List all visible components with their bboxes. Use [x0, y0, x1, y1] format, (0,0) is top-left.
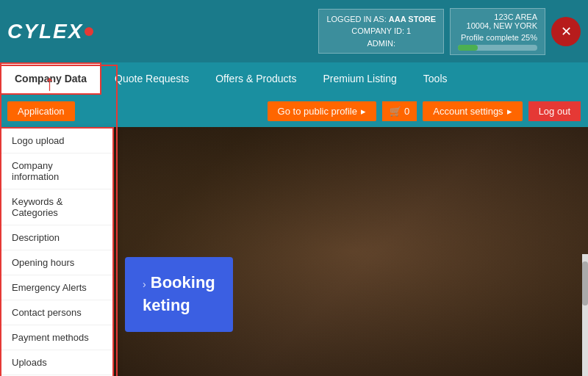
store-name: AAA STORE	[389, 15, 436, 24]
dropdown-menu: Logo uploadCompany informationKeywords &…	[0, 127, 114, 376]
logged-in-label: LOGGED IN AS: AAA STORE	[326, 13, 436, 26]
company-id-row: COMPANY ID: 1	[326, 25, 436, 37]
progress-bar-outer	[458, 45, 537, 51]
hero-line2: keting	[143, 294, 215, 317]
scrollbar[interactable]	[582, 254, 588, 376]
admin-row: ADMIN:	[326, 37, 436, 50]
account-settings-button[interactable]: Account settings ▸	[423, 101, 522, 121]
address-line1: 123C AREA	[458, 12, 537, 21]
profile-progress-box: 123C AREA 10004, NEW YORK Profile comple…	[450, 8, 545, 55]
chevron-right-icon: ▸	[507, 106, 512, 117]
dropdown-item[interactable]: Keywords & Categories	[1, 189, 112, 225]
nav-item-quote-requests[interactable]: Quote Requests	[101, 62, 202, 95]
dropdown-item[interactable]: Opening hours	[1, 250, 112, 275]
cart-icon: 🛒	[390, 106, 401, 117]
dropdown-item[interactable]: Payment methods	[1, 325, 112, 350]
dropdown-item[interactable]: Emergency Alerts	[1, 275, 112, 300]
cart-button[interactable]: 🛒 0	[382, 101, 417, 121]
dropdown-item[interactable]: Contact persons	[1, 300, 112, 325]
nav-item-premium-listing[interactable]: Premium Listing	[309, 62, 409, 95]
action-bar: Application Go to public profile ▸ 🛒 0 A…	[0, 95, 588, 127]
profile-complete-label: Profile complete 25%	[461, 33, 537, 42]
nav-item-offers-products[interactable]: Offers & Products	[202, 62, 309, 95]
dropdown-item[interactable]: Company information	[1, 153, 112, 189]
progress-bar-inner	[458, 45, 478, 51]
logo-text: CYLEX	[7, 20, 83, 43]
arrow-indicator: ↓	[44, 73, 55, 98]
application-button[interactable]: Application	[7, 101, 75, 121]
dropdown-item[interactable]: Uploads	[1, 350, 112, 375]
address-line2: 10004, NEW YORK	[458, 21, 537, 30]
top-header: CYLEX LOGGED IN AS: AAA STORE COMPANY ID…	[0, 0, 588, 62]
avatar-symbol: ✕	[561, 24, 572, 40]
nav-item-tools[interactable]: Tools	[410, 62, 461, 95]
hero-line1: › Booking	[143, 272, 215, 294]
scrollbar-thumb[interactable]	[582, 261, 588, 306]
logo-area: CYLEX	[7, 20, 93, 43]
logout-button[interactable]: Log out	[528, 101, 581, 121]
user-info-box: LOGGED IN AS: AAA STORE COMPANY ID: 1 AD…	[318, 9, 444, 54]
hero-text-box: › Booking keting	[125, 257, 233, 332]
go-to-public-profile-button[interactable]: Go to public profile ▸	[268, 101, 376, 121]
avatar-icon: ✕	[551, 17, 581, 46]
dropdown-item[interactable]: Description	[1, 225, 112, 250]
arrow-icon: ▸	[361, 106, 366, 117]
dropdown-item[interactable]: Logo upload	[1, 129, 112, 153]
header-right: LOGGED IN AS: AAA STORE COMPANY ID: 1 AD…	[318, 8, 581, 55]
nav-bar: Company Data Quote Requests Offers & Pro…	[0, 62, 588, 95]
logo-dot	[85, 27, 93, 36]
